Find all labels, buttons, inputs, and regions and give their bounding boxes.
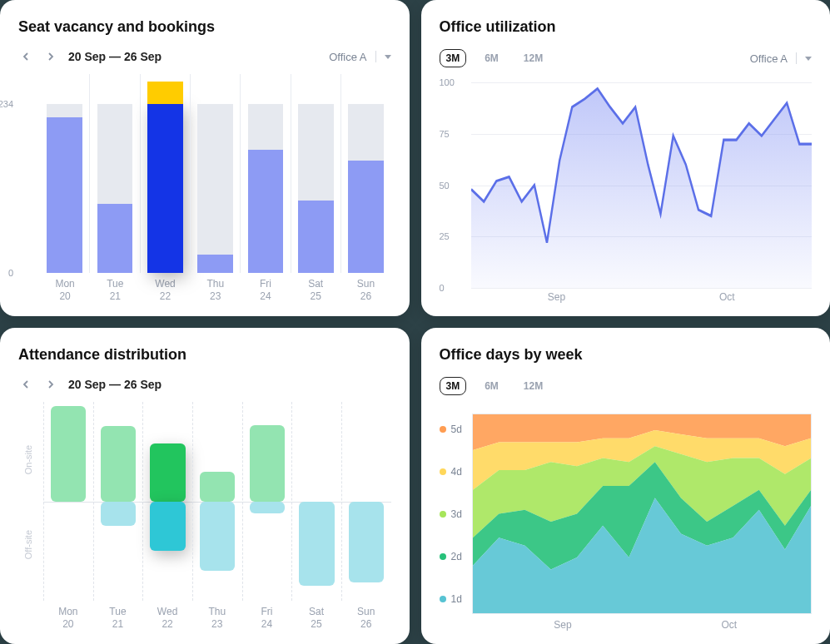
att-xlabel: Thu23 [192,601,242,631]
seat-chart: 234 0 Mon20Tue21Wed22Thu23Fri24Sat25Sun2… [18,74,391,303]
tab-6m[interactable]: 6M [478,49,505,67]
tab-12m[interactable]: 12M [517,49,549,67]
legend-5d: 5d [440,424,462,435]
seat-xlabel: Sat25 [291,273,340,303]
divider [796,52,797,64]
seat-bar[interactable] [291,74,340,273]
att-title: Attendance distribution [18,346,391,364]
seat-bar[interactable] [190,74,240,273]
days-range-tabs: 3M 6M 12M [440,377,550,395]
tab-12m[interactable]: 12M [517,377,549,395]
attendance-bar[interactable] [242,402,292,601]
attendance-bar[interactable] [43,402,93,601]
ylabel-offsite: Off-site [23,511,33,578]
next-week-button[interactable] [43,49,58,64]
seat-office-select[interactable]: Office A [329,51,390,63]
seat-office-label: Office A [329,51,366,63]
card-office-days: Office days by week 3M 6M 12M 5d 4d 3d 2… [421,328,831,644]
days-title: Office days by week [440,346,813,364]
tab-6m[interactable]: 6M [478,377,505,395]
chevron-down-icon [805,57,812,61]
attendance-bar[interactable] [291,402,341,601]
days-controls: 3M 6M 12M [440,377,813,395]
att-xlabel: Tue21 [93,601,143,631]
seat-xlabel: Sun26 [340,273,390,303]
legend-3d: 3d [440,508,462,520]
seat-xlabel: Thu23 [191,273,241,303]
ytick-zero: 0 [8,268,18,278]
util-title: Office utilization [440,18,813,36]
util-controls: 3M 6M 12M Office A [440,49,813,67]
days-chart: 5d 4d 3d 2d 1d [440,414,813,614]
card-office-utilization: Office utilization 3M 6M 12M Office A 10… [421,0,831,316]
next-week-button[interactable] [43,377,58,392]
days-xlabel-sep: Sep [554,619,571,631]
seat-bar[interactable] [240,74,290,273]
ytick-0: 0 [440,283,445,293]
legend-4d: 4d [440,466,462,478]
att-xlabel: Sun26 [341,601,391,631]
days-xlabel-oct: Oct [721,619,737,631]
ytick-25: 25 [440,231,450,241]
seat-xlabel: Mon20 [40,273,90,303]
attendance-bar[interactable] [341,402,391,601]
divider [375,51,376,62]
card-seat-vacancy: Seat vacancy and bookings 20 Sep — 26 Se… [0,0,410,316]
card-attendance: Attendance distribution 20 Sep — 26 Sep … [0,328,410,644]
util-xlabel-oct: Oct [719,291,735,303]
util-range-tabs: 3M 6M 12M [440,49,550,67]
seat-xlabel: Fri24 [241,273,291,303]
chevron-down-icon [385,55,391,59]
ylabel-onsite: On-site [23,426,33,493]
att-xlabel: Sat25 [291,601,341,631]
ytick-100: 100 [440,77,455,87]
seat-bar[interactable] [340,74,390,273]
ytick-max: 234 [0,99,18,109]
seat-bar[interactable] [40,74,89,273]
att-chart: On-site Off-site Mon20Tue21Wed22Thu23Fri… [18,402,391,631]
prev-week-button[interactable] [18,377,33,392]
util-office-select[interactable]: Office A [750,52,812,65]
att-xlabel: Mon20 [43,601,93,631]
attendance-bar[interactable] [142,402,192,601]
util-office-label: Office A [750,52,788,65]
ytick-75: 75 [440,129,450,139]
tab-3m[interactable]: 3M [440,377,467,395]
att-xlabel: Wed22 [142,601,192,631]
seat-bar[interactable] [89,74,139,273]
attendance-bar[interactable] [192,402,242,601]
seat-xlabel: Wed22 [140,273,190,303]
days-legend: 5d 4d 3d 2d 1d [440,414,472,614]
util-xlabel-sep: Sep [548,291,565,303]
seat-title: Seat vacancy and bookings [18,18,391,36]
legend-2d: 2d [440,551,462,562]
att-xlabel: Fri24 [242,601,292,631]
ytick-50: 50 [440,181,450,191]
legend-1d: 1d [440,593,462,605]
seat-bar[interactable] [140,74,190,273]
tab-3m[interactable]: 3M [440,49,467,67]
util-chart: 100 75 50 25 0 [440,82,813,288]
att-date-range: 20 Sep — 26 Sep [68,378,162,391]
seat-controls: 20 Sep — 26 Sep Office A [18,49,391,64]
prev-week-button[interactable] [18,49,33,64]
att-controls: 20 Sep — 26 Sep [18,377,391,392]
seat-xlabel: Tue21 [90,273,140,303]
seat-date-range: 20 Sep — 26 Sep [68,50,162,63]
attendance-bar[interactable] [93,402,143,601]
